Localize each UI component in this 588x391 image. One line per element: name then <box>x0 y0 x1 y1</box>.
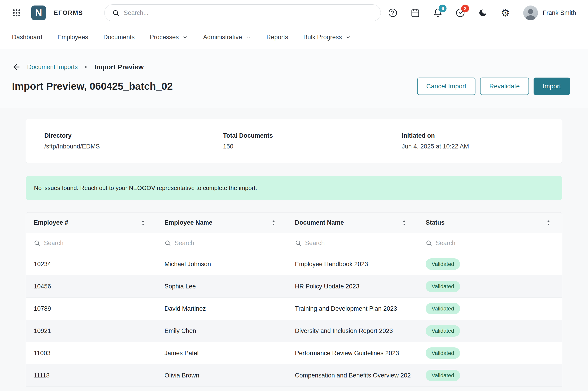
summary-field-initiated-on: Initiated on Jun 4, 2025 at 10:22 AM <box>383 132 562 150</box>
import-summary-card: Directory /sftp/Inbound/EDMS Total Docum… <box>26 119 562 163</box>
employee-number-cell: 10234 <box>26 261 157 268</box>
import-preview-table: Employee # Employee Name Document Name S… <box>26 212 562 387</box>
summary-value: 150 <box>223 143 383 150</box>
status-badge: Validated <box>426 325 460 337</box>
status-badge: Validated <box>426 347 460 359</box>
nav-label: Bulk Progress <box>303 34 342 41</box>
summary-label: Total Documents <box>223 132 383 139</box>
column-label: Document Name <box>295 219 344 226</box>
table-row[interactable]: 10234 Michael Johnson Employee Handbook … <box>26 253 562 275</box>
document-name-cell: Training and Development Plan 2023 <box>287 305 418 312</box>
column-header-employee-number[interactable]: Employee # <box>26 219 157 226</box>
column-header-employee-name[interactable]: Employee Name <box>157 219 287 226</box>
nav-item-processes[interactable]: Processes <box>150 34 188 41</box>
column-header-status[interactable]: Status <box>418 219 562 226</box>
filter-cell <box>26 240 157 247</box>
search-icon <box>426 240 432 246</box>
status-filter-input[interactable] <box>436 240 545 247</box>
revalidate-button[interactable]: Revalidate <box>480 78 529 95</box>
breadcrumb-current: Import Preview <box>94 63 144 71</box>
sort-icon <box>545 219 552 226</box>
employee-number-filter-input[interactable] <box>44 240 142 247</box>
nav-item-documents[interactable]: Documents <box>103 34 135 41</box>
filter-cell <box>418 240 562 247</box>
app-launcher-icon[interactable] <box>12 8 21 17</box>
filter-cell <box>157 240 287 247</box>
status-cell: Validated <box>418 347 562 359</box>
employee-name-cell: David Martinez <box>157 305 287 312</box>
status-badge: Validated <box>426 281 460 292</box>
back-arrow-icon[interactable] <box>12 62 21 72</box>
employee-number-cell: 10456 <box>26 283 157 290</box>
employee-number-cell: 10789 <box>26 305 157 312</box>
column-header-document-name[interactable]: Document Name <box>287 219 418 226</box>
gear-icon: ⚙ <box>501 7 510 19</box>
employee-name-cell: Olivia Brown <box>157 372 287 379</box>
search-icon <box>164 240 171 246</box>
status-badge: Validated <box>426 370 460 381</box>
global-search <box>104 4 381 21</box>
nav-item-bulk-progress[interactable]: Bulk Progress <box>303 34 351 41</box>
table-row[interactable]: 11118 Olivia Brown Compensation and Bene… <box>26 364 562 387</box>
page-title: Import Preview, 060425_batch_02 <box>12 81 173 92</box>
nav-item-dashboard[interactable]: Dashboard <box>12 34 42 41</box>
approvals-badge: 2 <box>461 4 469 12</box>
employee-name-filter-input[interactable] <box>174 240 273 247</box>
calendar-icon <box>411 8 420 17</box>
search-icon <box>34 240 40 246</box>
search-icon <box>112 9 119 16</box>
table-row[interactable]: 11003 James Patel Performance Review Gui… <box>26 342 562 364</box>
status-cell: Validated <box>418 258 562 270</box>
status-badge: Validated <box>426 258 460 270</box>
employee-name-cell: James Patel <box>157 350 287 357</box>
column-label: Employee # <box>34 219 68 226</box>
employee-name-cell: Emily Chen <box>157 327 287 335</box>
column-label: Status <box>426 219 445 226</box>
breadcrumb: Document Imports Import Preview <box>12 49 576 73</box>
status-cell: Validated <box>418 370 562 381</box>
neogov-logo: N <box>31 5 46 20</box>
table-row[interactable]: 10789 David Martinez Training and Develo… <box>26 297 562 320</box>
sort-icon <box>140 219 147 226</box>
global-search-input[interactable] <box>124 9 373 16</box>
cancel-import-button[interactable]: Cancel Import <box>417 78 475 95</box>
status-cell: Validated <box>418 303 562 314</box>
success-banner-message: No issues found. Reach out to your NEOGO… <box>34 185 257 192</box>
notifications-badge: 6 <box>439 4 446 12</box>
notifications-button[interactable]: 6 <box>433 8 442 17</box>
table-filter-row <box>26 233 562 253</box>
filter-cell <box>287 240 418 247</box>
document-name-filter-input[interactable] <box>305 240 403 247</box>
document-name-cell: HR Policy Update 2023 <box>287 283 418 290</box>
calendar-button[interactable] <box>411 8 420 17</box>
nav-label: Reports <box>267 34 288 41</box>
approvals-button[interactable]: 2 <box>456 8 465 17</box>
employee-number-cell: 10921 <box>26 327 157 335</box>
nav-item-administrative[interactable]: Administrative <box>203 34 251 41</box>
sort-icon <box>401 219 408 226</box>
nav-item-employees[interactable]: Employees <box>57 34 88 41</box>
help-button[interactable] <box>388 8 397 17</box>
import-button[interactable]: Import <box>534 78 570 95</box>
user-menu[interactable]: Frank Smith <box>523 5 576 20</box>
page-actions: Cancel Import Revalidate Import <box>417 78 570 95</box>
main-nav: Dashboard Employees Documents Processes … <box>0 26 588 49</box>
dark-mode-toggle[interactable] <box>478 8 487 17</box>
settings-button[interactable]: ⚙ <box>501 8 510 17</box>
document-name-cell: Diversity and Inclusion Report 2023 <box>287 327 418 335</box>
page-header: Document Imports Import Preview Import P… <box>0 49 588 108</box>
logo-letter: N <box>35 7 42 18</box>
summary-label: Initiated on <box>402 132 562 139</box>
nav-label: Processes <box>150 34 179 41</box>
summary-field-directory: Directory /sftp/Inbound/EDMS <box>26 132 205 150</box>
chevron-down-icon <box>345 35 351 40</box>
nav-label: Administrative <box>203 34 242 41</box>
nav-item-reports[interactable]: Reports <box>267 34 288 41</box>
table-row[interactable]: 10921 Emily Chen Diversity and Inclusion… <box>26 320 562 342</box>
summary-value: /sftp/Inbound/EDMS <box>44 143 205 150</box>
breadcrumb-parent-link[interactable]: Document Imports <box>27 64 78 71</box>
table-row[interactable]: 10456 Sophia Lee HR Policy Update 2023 V… <box>26 275 562 297</box>
chevron-down-icon <box>182 35 188 40</box>
status-cell: Validated <box>418 281 562 292</box>
search-icon <box>295 240 301 246</box>
